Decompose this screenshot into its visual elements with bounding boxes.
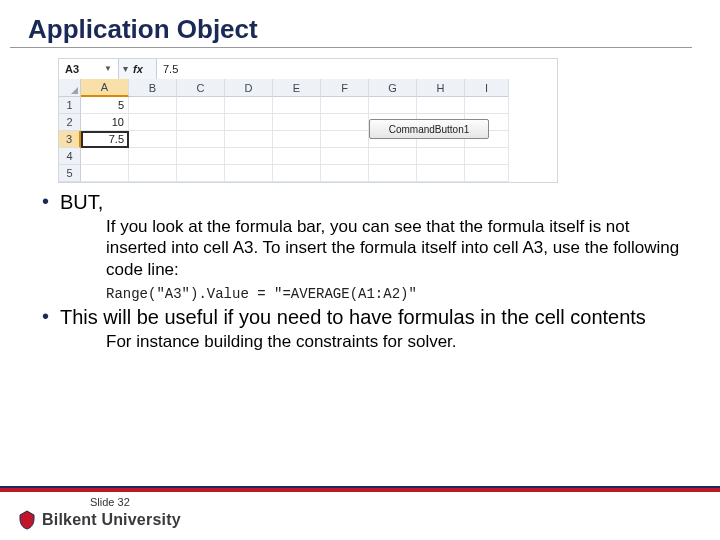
cell[interactable]	[225, 148, 273, 165]
slide-number: Slide 32	[90, 496, 720, 508]
col-header[interactable]: H	[417, 79, 465, 97]
cell[interactable]	[177, 97, 225, 114]
university-name: Bilkent University	[42, 511, 181, 529]
col-header[interactable]: G	[369, 79, 417, 97]
cell[interactable]	[129, 97, 177, 114]
name-box[interactable]: A3 ▼	[59, 59, 119, 79]
cell[interactable]	[417, 165, 465, 182]
cell[interactable]	[225, 131, 273, 148]
row-header[interactable]: 5	[59, 165, 81, 182]
cell-a3-active[interactable]: 7.5	[81, 131, 129, 148]
cell[interactable]	[273, 165, 321, 182]
cell[interactable]	[321, 114, 369, 131]
dropdown-icon[interactable]: ▾	[119, 63, 131, 74]
cell[interactable]	[465, 148, 509, 165]
cell[interactable]	[225, 114, 273, 131]
row-header[interactable]: 4	[59, 148, 81, 165]
cell[interactable]	[321, 165, 369, 182]
col-header[interactable]: E	[273, 79, 321, 97]
cell[interactable]	[417, 148, 465, 165]
cell[interactable]	[225, 165, 273, 182]
slide-title: Application Object	[10, 14, 692, 48]
cell[interactable]	[81, 148, 129, 165]
spreadsheet-grid: 1 2 3 4 5 A B C D E F G H I	[59, 79, 557, 182]
cell[interactable]	[321, 131, 369, 148]
fx-button-cluster: ▾ fx	[119, 59, 157, 79]
cell[interactable]	[177, 114, 225, 131]
row-headers: 1 2 3 4 5	[59, 79, 81, 182]
footer: Slide 32 Bilkent University	[0, 486, 720, 540]
cell[interactable]	[129, 131, 177, 148]
col-header[interactable]: I	[465, 79, 509, 97]
cell[interactable]	[321, 97, 369, 114]
row-header[interactable]: 2	[59, 114, 81, 131]
col-header[interactable]: C	[177, 79, 225, 97]
code-line: Range("A3").Value = "=AVERAGE(A1:A2)"	[106, 286, 692, 302]
cell[interactable]	[129, 148, 177, 165]
cell[interactable]	[321, 148, 369, 165]
cell[interactable]	[369, 148, 417, 165]
cell[interactable]	[465, 97, 509, 114]
bullet-text: BUT,	[60, 191, 103, 213]
fx-icon[interactable]: fx	[131, 63, 145, 75]
formula-bar: A3 ▼ ▾ fx 7.5	[59, 59, 557, 79]
brand: Bilkent University	[18, 510, 720, 530]
cell[interactable]	[81, 165, 129, 182]
bullet-item: This will be useful if you need to have …	[28, 306, 692, 352]
bullet-text: This will be useful if you need to have …	[60, 306, 646, 328]
university-logo-icon	[18, 510, 36, 530]
bullet-item: BUT, If you look at the formula bar, you…	[28, 191, 692, 302]
cell[interactable]	[177, 131, 225, 148]
cell[interactable]	[273, 148, 321, 165]
excel-screenshot: A3 ▼ ▾ fx 7.5 1 2 3 4 5 A B C	[58, 58, 558, 183]
cell[interactable]	[465, 165, 509, 182]
col-header[interactable]: F	[321, 79, 369, 97]
slide: Application Object A3 ▼ ▾ fx 7.5 1 2 3 4…	[0, 0, 720, 540]
table-row	[81, 165, 557, 182]
cell-a1[interactable]: 5	[81, 97, 129, 114]
cell[interactable]	[369, 165, 417, 182]
cell-a2[interactable]: 10	[81, 114, 129, 131]
cell[interactable]	[129, 165, 177, 182]
command-button[interactable]: CommandButton1	[369, 119, 489, 139]
table-row: 5	[81, 97, 557, 114]
row-header-selected[interactable]: 3	[59, 131, 81, 148]
cell[interactable]	[225, 97, 273, 114]
select-all-corner[interactable]	[59, 79, 81, 97]
bullet-subtext: For instance building the constraints fo…	[106, 331, 692, 352]
name-box-value: A3	[65, 63, 79, 75]
col-header[interactable]: B	[129, 79, 177, 97]
cell[interactable]	[273, 114, 321, 131]
cell[interactable]	[369, 97, 417, 114]
table-row	[81, 148, 557, 165]
row-header[interactable]: 1	[59, 97, 81, 114]
cell[interactable]	[273, 131, 321, 148]
bullet-subtext: If you look at the formula bar, you can …	[106, 216, 692, 280]
column-headers: A B C D E F G H I	[81, 79, 557, 97]
chevron-down-icon: ▼	[104, 64, 112, 73]
cell[interactable]	[177, 148, 225, 165]
bullet-list: BUT, If you look at the formula bar, you…	[28, 191, 692, 352]
cell[interactable]	[129, 114, 177, 131]
col-header[interactable]: D	[225, 79, 273, 97]
col-header-selected[interactable]: A	[81, 79, 129, 97]
cell[interactable]	[417, 97, 465, 114]
cell[interactable]	[273, 97, 321, 114]
footer-accent-bar	[0, 486, 720, 492]
cell[interactable]	[177, 165, 225, 182]
cells-area: 5 10 7.5	[81, 97, 557, 182]
formula-value[interactable]: 7.5	[157, 59, 557, 79]
